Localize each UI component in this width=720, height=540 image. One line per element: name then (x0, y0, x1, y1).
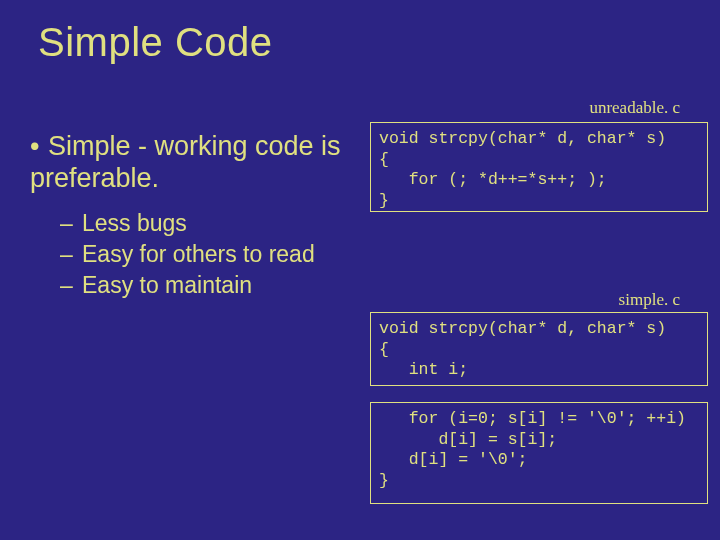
sub-bullet-text: Less bugs (82, 208, 187, 239)
bullet-main: •Simple - working code is preferable. (30, 130, 370, 195)
sub-bullet-list: – Less bugs – Easy for others to read – … (60, 208, 315, 301)
code-block-unreadable: void strcpy(char* d, char* s) { for (; *… (370, 122, 708, 212)
code-label-unreadable: unreadable. c (589, 98, 680, 118)
code-label-simple: simple. c (619, 290, 680, 310)
sub-bullet-item: – Easy to maintain (60, 270, 315, 301)
bullet-marker: • (30, 130, 48, 162)
bullet-text: Simple - working code is preferable. (30, 131, 341, 193)
slide: Simple Code •Simple - working code is pr… (0, 0, 720, 540)
sub-bullet-item: – Less bugs (60, 208, 315, 239)
code-block-simple-body: for (i=0; s[i] != '\0'; ++i) d[i] = s[i]… (370, 402, 708, 504)
sub-bullet-item: – Easy for others to read (60, 239, 315, 270)
dash-icon: – (60, 208, 82, 239)
dash-icon: – (60, 270, 82, 301)
code-block-simple-head: void strcpy(char* d, char* s) { int i; (370, 312, 708, 386)
sub-bullet-text: Easy for others to read (82, 239, 315, 270)
sub-bullet-text: Easy to maintain (82, 270, 252, 301)
slide-title: Simple Code (38, 20, 273, 65)
dash-icon: – (60, 239, 82, 270)
